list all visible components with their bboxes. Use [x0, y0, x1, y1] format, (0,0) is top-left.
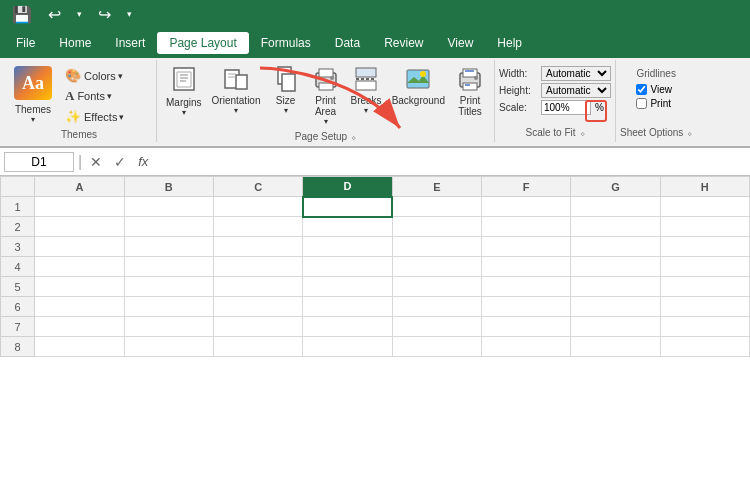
cell-e4[interactable] [392, 257, 481, 277]
cell-g6[interactable] [571, 297, 660, 317]
confirm-button[interactable]: ✓ [110, 152, 130, 172]
height-select[interactable]: Automatic 1 page [541, 83, 611, 98]
gridlines-view-check[interactable] [636, 84, 647, 95]
menu-insert[interactable]: Insert [103, 32, 157, 54]
menu-page-layout[interactable]: Page Layout [157, 32, 248, 54]
col-header-d[interactable]: D [303, 177, 392, 197]
col-header-g[interactable]: G [571, 177, 660, 197]
menu-view[interactable]: View [436, 32, 486, 54]
cell-d5[interactable] [303, 277, 392, 297]
cell-d2[interactable] [303, 217, 392, 237]
cell-d3[interactable] [303, 237, 392, 257]
menu-review[interactable]: Review [372, 32, 435, 54]
menu-formulas[interactable]: Formulas [249, 32, 323, 54]
cell-e1[interactable] [392, 197, 481, 217]
quick-access-dropdown[interactable]: ▾ [123, 7, 136, 21]
gridlines-print-check[interactable] [636, 98, 647, 109]
menu-file[interactable]: File [4, 32, 47, 54]
fonts-button[interactable]: A Fonts ▾ [61, 86, 151, 106]
cell-g7[interactable] [571, 317, 660, 337]
cell-a3[interactable] [35, 237, 124, 257]
cell-a7[interactable] [35, 317, 124, 337]
cell-b6[interactable] [124, 297, 213, 317]
page-setup-expand[interactable]: ⬦ [351, 132, 356, 142]
cell-f8[interactable] [481, 337, 570, 357]
cell-a1[interactable] [35, 197, 124, 217]
cell-e7[interactable] [392, 317, 481, 337]
undo-icon[interactable]: ↩ [44, 3, 65, 26]
col-header-h[interactable]: H [660, 177, 749, 197]
print-area-button[interactable]: PrintArea ▾ [306, 62, 346, 129]
scale-input[interactable] [541, 100, 591, 115]
cell-a6[interactable] [35, 297, 124, 317]
cell-d4[interactable] [303, 257, 392, 277]
cell-f7[interactable] [481, 317, 570, 337]
cell-c1[interactable] [214, 197, 303, 217]
menu-home[interactable]: Home [47, 32, 103, 54]
background-button[interactable]: Background [387, 62, 450, 109]
col-header-e[interactable]: E [392, 177, 481, 197]
cell-e6[interactable] [392, 297, 481, 317]
cell-d6[interactable] [303, 297, 392, 317]
print-titles-button[interactable]: PrintTitles [450, 62, 490, 120]
cell-b8[interactable] [124, 337, 213, 357]
cell-a4[interactable] [35, 257, 124, 277]
colors-button[interactable]: 🎨 Colors ▾ [61, 66, 151, 85]
cell-c3[interactable] [214, 237, 303, 257]
cell-reference-box[interactable]: D1 [4, 152, 74, 172]
cell-d7[interactable] [303, 317, 392, 337]
cell-b1[interactable] [124, 197, 213, 217]
cell-e5[interactable] [392, 277, 481, 297]
fx-button[interactable]: fx [134, 152, 152, 171]
scale-expand[interactable]: ⬦ [580, 128, 585, 138]
col-header-c[interactable]: C [214, 177, 303, 197]
cell-f4[interactable] [481, 257, 570, 277]
cell-h8[interactable] [660, 337, 749, 357]
cell-a5[interactable] [35, 277, 124, 297]
cell-g3[interactable] [571, 237, 660, 257]
breaks-button[interactable]: Breaks ▾ [346, 62, 387, 118]
col-header-f[interactable]: F [481, 177, 570, 197]
cell-e8[interactable] [392, 337, 481, 357]
cell-e3[interactable] [392, 237, 481, 257]
formula-input[interactable] [156, 153, 746, 171]
cell-h1[interactable] [660, 197, 749, 217]
cell-b7[interactable] [124, 317, 213, 337]
cell-b2[interactable] [124, 217, 213, 237]
margins-button[interactable]: Margins ▾ [161, 62, 207, 120]
width-select[interactable]: Automatic 1 page 2 pages [541, 66, 611, 81]
cell-g1[interactable] [571, 197, 660, 217]
cell-d1[interactable] [303, 197, 392, 217]
cell-f6[interactable] [481, 297, 570, 317]
col-header-a[interactable]: A [35, 177, 124, 197]
cell-g2[interactable] [571, 217, 660, 237]
orientation-button[interactable]: Orientation ▾ [207, 62, 266, 118]
size-button[interactable]: Size ▾ [266, 62, 306, 118]
cell-f1[interactable] [481, 197, 570, 217]
cell-c2[interactable] [214, 217, 303, 237]
col-header-b[interactable]: B [124, 177, 213, 197]
cell-h7[interactable] [660, 317, 749, 337]
cell-h6[interactable] [660, 297, 749, 317]
redo-icon[interactable]: ↪ [94, 3, 115, 26]
cell-c6[interactable] [214, 297, 303, 317]
save-icon[interactable]: 💾 [8, 3, 36, 26]
cell-c5[interactable] [214, 277, 303, 297]
cell-d8[interactable] [303, 337, 392, 357]
cell-f2[interactable] [481, 217, 570, 237]
cell-a2[interactable] [35, 217, 124, 237]
cell-h2[interactable] [660, 217, 749, 237]
undo-dropdown-icon[interactable]: ▾ [73, 7, 86, 21]
cell-f5[interactable] [481, 277, 570, 297]
cell-h4[interactable] [660, 257, 749, 277]
cell-c4[interactable] [214, 257, 303, 277]
cell-g8[interactable] [571, 337, 660, 357]
cell-h3[interactable] [660, 237, 749, 257]
cell-e2[interactable] [392, 217, 481, 237]
cell-b5[interactable] [124, 277, 213, 297]
themes-button[interactable]: Aa Themes ▾ [7, 62, 59, 127]
cell-b3[interactable] [124, 237, 213, 257]
cell-b4[interactable] [124, 257, 213, 277]
effects-button[interactable]: ✨ Effects ▾ [61, 107, 151, 126]
menu-data[interactable]: Data [323, 32, 372, 54]
